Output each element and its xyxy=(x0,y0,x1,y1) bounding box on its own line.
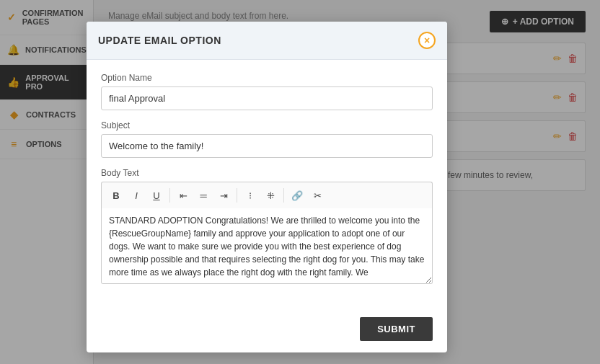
underline-button[interactable]: U xyxy=(148,187,165,204)
submit-label: SUBMIT xyxy=(377,324,415,334)
option-name-input[interactable] xyxy=(101,86,433,110)
subject-label: Subject xyxy=(101,120,433,130)
align-right-button[interactable]: ⇥ xyxy=(215,187,232,204)
option-name-label: Option Name xyxy=(101,73,433,83)
bold-button[interactable]: B xyxy=(107,187,125,204)
modal-close-button[interactable]: × xyxy=(418,32,436,49)
unordered-list-button[interactable]: ⁝ xyxy=(242,187,259,204)
update-email-modal: UPDATE EMAIL OPTION × Option Name Subjec… xyxy=(87,22,447,352)
align-left-button[interactable]: ⇤ xyxy=(175,187,192,204)
submit-button[interactable]: SUBMIT xyxy=(360,317,433,341)
body-label: Body Text xyxy=(101,168,433,178)
align-center-button[interactable]: ═ xyxy=(195,187,212,204)
toolbar-separator xyxy=(237,188,237,203)
body-text-input[interactable]: STANDARD ADOPTION Congratulations! We ar… xyxy=(101,208,433,284)
italic-button[interactable]: I xyxy=(128,187,145,204)
rte-toolbar: B I U ⇤ ═ ⇥ ⁝ ⁜ 🔗 ✂ xyxy=(101,182,433,208)
link-button[interactable]: 🔗 xyxy=(288,187,306,204)
option-name-group: Option Name xyxy=(101,73,433,110)
source-button[interactable]: ✂ xyxy=(309,187,326,204)
toolbar-separator xyxy=(283,188,284,203)
modal-header: UPDATE EMAIL OPTION × xyxy=(87,22,447,60)
ordered-list-button[interactable]: ⁜ xyxy=(262,187,279,204)
modal-body: Option Name Subject Body Text B I U ⇤ ═ … xyxy=(87,60,447,310)
subject-input[interactable] xyxy=(101,134,433,158)
subject-group: Subject xyxy=(101,120,433,158)
modal-title: UPDATE EMAIL OPTION xyxy=(98,35,221,46)
close-icon: × xyxy=(424,35,430,45)
toolbar-separator xyxy=(169,188,170,203)
modal-footer: SUBMIT xyxy=(87,310,447,352)
body-text-group: Body Text B I U ⇤ ═ ⇥ ⁝ ⁜ 🔗 ✂ STANDARD A… xyxy=(101,168,433,287)
